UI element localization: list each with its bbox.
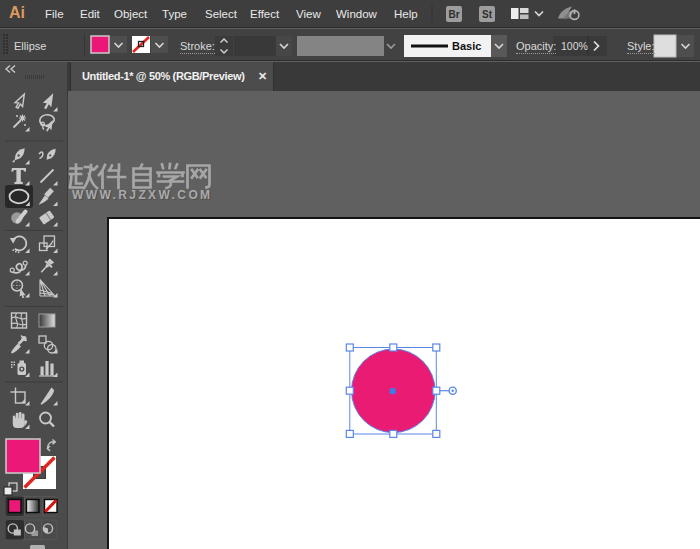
svg-text:Br: Br [448, 9, 459, 20]
svg-text:St: St [482, 9, 493, 20]
